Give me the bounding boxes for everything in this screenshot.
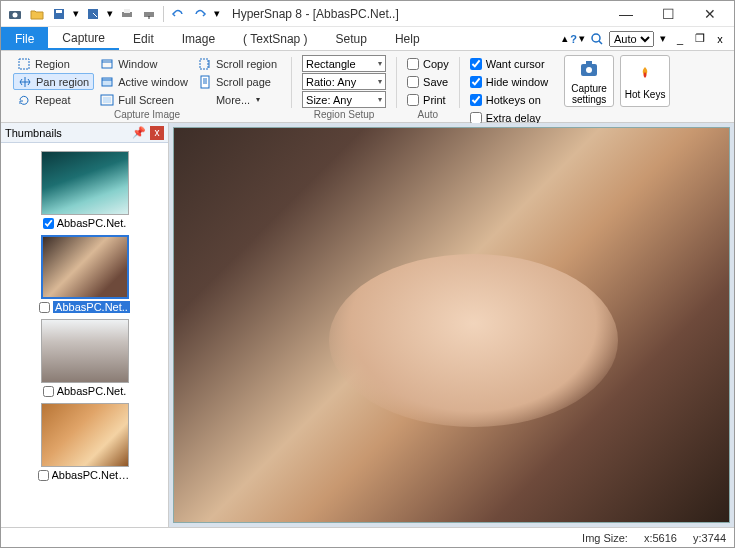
shape-combo[interactable]: Rectangle▾ xyxy=(302,55,386,72)
menu-image[interactable]: Image xyxy=(168,27,229,50)
svg-rect-4 xyxy=(88,9,98,19)
thumbnail-checkbox[interactable] xyxy=(43,386,54,397)
pin-icon[interactable]: 📌 xyxy=(128,126,150,139)
mdi-minimize-button[interactable]: _ xyxy=(672,31,688,47)
caret-down-icon[interactable]: ▾ xyxy=(71,4,81,24)
capture-settings-icon xyxy=(577,57,601,81)
thumbnails-panel: Thumbnails 📌 x AbbasPC.Net.AbbasPC.Net..… xyxy=(1,123,169,527)
menu-bar: File Capture Edit Image ( TextSnap ) Set… xyxy=(1,27,734,51)
maximize-button[interactable]: ☐ xyxy=(648,2,688,26)
menu-file[interactable]: File xyxy=(1,27,48,50)
caret-down-icon[interactable]: ▾ xyxy=(212,4,222,24)
window-title: HyperSnap 8 - [AbbasPC.Net..] xyxy=(232,7,399,21)
print-icon[interactable] xyxy=(117,4,137,24)
capture-window[interactable]: Window xyxy=(96,55,192,72)
ribbon: RegionPan regionRepeat WindowActive wind… xyxy=(1,51,734,123)
svg-rect-10 xyxy=(102,60,112,68)
thumbnails-list[interactable]: AbbasPC.Net.AbbasPC.Net..AbbasPC.Net.Abb… xyxy=(1,143,168,527)
undo-icon[interactable] xyxy=(168,4,188,24)
capture-scroll-page[interactable]: Scroll page xyxy=(194,73,281,90)
capture-pan-region[interactable]: Pan region xyxy=(13,73,94,90)
active-window-icon xyxy=(100,75,114,89)
svg-rect-14 xyxy=(200,59,208,69)
group-label-region-setup: Region Setup xyxy=(314,108,375,122)
option-want-cursor[interactable]: Want cursor xyxy=(470,55,548,72)
folder-open-icon[interactable] xyxy=(27,4,47,24)
capture-repeat[interactable]: Repeat xyxy=(13,91,94,108)
capture-active-window[interactable]: Active window xyxy=(96,73,192,90)
status-bar: Img Size: x:5616 y:3744 xyxy=(1,527,734,547)
more-icon xyxy=(198,93,212,107)
help-dropdown[interactable]: ▴?▾ xyxy=(562,32,585,45)
size-combo[interactable]: Size: Any▾ xyxy=(302,91,386,108)
region-icon xyxy=(17,57,31,71)
ratio-combo[interactable]: Ratio: Any▾ xyxy=(302,73,386,90)
svg-rect-18 xyxy=(586,61,592,65)
hot-keys-button[interactable]: Hot Keys xyxy=(620,55,670,107)
option-hotkeys-on[interactable]: Hotkeys on xyxy=(470,91,548,108)
svg-point-17 xyxy=(586,67,592,73)
full-screen-icon xyxy=(100,93,114,107)
capture-more-[interactable]: More...▾ xyxy=(194,91,281,108)
svg-rect-11 xyxy=(102,78,112,86)
capture-region[interactable]: Region xyxy=(13,55,94,72)
menu-setup[interactable]: Setup xyxy=(322,27,381,50)
menu-textsnap[interactable]: ( TextSnap ) xyxy=(229,27,321,50)
status-y: y:3744 xyxy=(693,532,726,544)
thumbnail-item[interactable]: AbbasPC.Net.. xyxy=(37,235,133,313)
svg-rect-15 xyxy=(201,76,209,88)
capture-full-screen[interactable]: Full Screen xyxy=(96,91,192,108)
thumbnail-item[interactable]: AbbasPC.Net. xyxy=(37,319,133,397)
thumbnail-name: AbbasPC.Net.. xyxy=(53,301,130,313)
svg-rect-9 xyxy=(19,59,29,69)
thumbnail-item[interactable]: AbbasPC.Net. xyxy=(37,151,133,229)
redo-icon[interactable] xyxy=(190,4,210,24)
svg-rect-13 xyxy=(103,97,111,103)
capture-settings-button[interactable]: Capture settings xyxy=(564,55,614,107)
displayed-image xyxy=(174,128,729,522)
mdi-restore-button[interactable]: ❐ xyxy=(692,31,708,47)
window-icon xyxy=(100,57,114,71)
status-img-size-label: Img Size: xyxy=(582,532,628,544)
zoom-icon[interactable] xyxy=(589,31,605,47)
scroll-page-icon xyxy=(198,75,212,89)
thumbnail-name: AbbasPC.Net. xyxy=(57,217,127,229)
thumbnail-name: AbbasPC.Net_... xyxy=(52,469,132,481)
thumbnail-checkbox[interactable] xyxy=(39,302,50,313)
svg-rect-3 xyxy=(56,10,62,13)
close-panel-button[interactable]: x xyxy=(150,126,164,140)
thumbnail-item[interactable]: AbbasPC.Net_... xyxy=(37,403,133,481)
capture-scroll-region[interactable]: Scroll region xyxy=(194,55,281,72)
auto-copy[interactable]: Copy xyxy=(407,55,449,72)
thumbnails-title: Thumbnails xyxy=(5,127,62,139)
auto-print[interactable]: Print xyxy=(407,91,449,108)
caret-down-icon[interactable]: ▾ xyxy=(105,4,115,24)
print-down-icon[interactable] xyxy=(139,4,159,24)
zoom-select[interactable]: Auto xyxy=(609,31,654,47)
svg-point-1 xyxy=(13,12,18,17)
thumbnail-checkbox[interactable] xyxy=(38,470,49,481)
auto-save[interactable]: Save xyxy=(407,73,449,90)
menu-capture[interactable]: Capture xyxy=(48,27,119,50)
save-as-icon[interactable] xyxy=(83,4,103,24)
menu-help[interactable]: Help xyxy=(381,27,434,50)
close-button[interactable]: ✕ xyxy=(690,2,730,26)
hot-keys-icon xyxy=(633,63,657,87)
separator xyxy=(163,6,164,22)
save-icon[interactable] xyxy=(49,4,69,24)
repeat-icon xyxy=(17,93,31,107)
mdi-close-button[interactable]: x xyxy=(712,31,728,47)
camera-icon[interactable] xyxy=(5,4,25,24)
option-hide-window[interactable]: Hide window xyxy=(470,73,548,90)
thumbnail-checkbox[interactable] xyxy=(43,218,54,229)
pan-region-icon xyxy=(18,75,32,89)
image-canvas[interactable] xyxy=(173,127,730,523)
minimize-button[interactable]: — xyxy=(606,2,646,26)
thumbnail-name: AbbasPC.Net. xyxy=(57,385,127,397)
svg-point-8 xyxy=(592,34,600,42)
scroll-region-icon xyxy=(198,57,212,71)
svg-rect-6 xyxy=(124,9,130,13)
group-label-auto: Auto xyxy=(418,108,439,122)
status-x: x:5616 xyxy=(644,532,677,544)
menu-edit[interactable]: Edit xyxy=(119,27,168,50)
